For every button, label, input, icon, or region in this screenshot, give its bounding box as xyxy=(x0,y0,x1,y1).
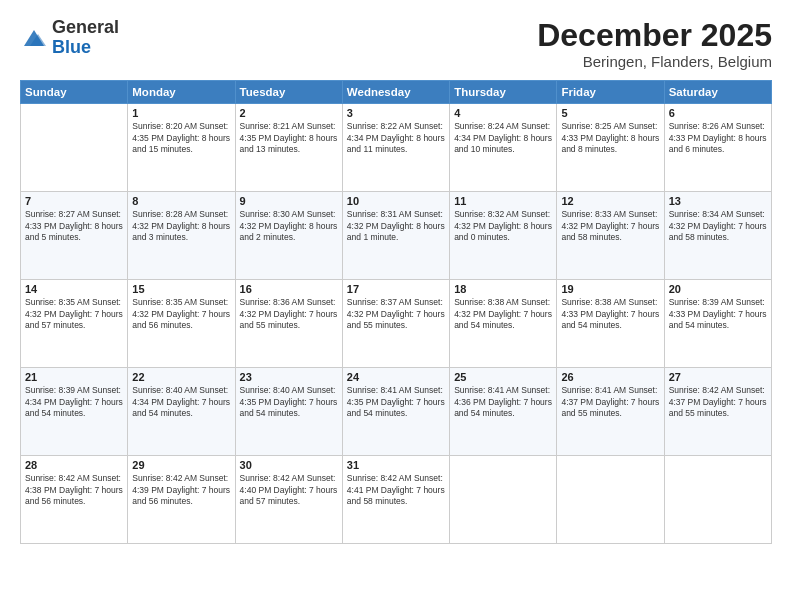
day-info: Sunrise: 8:42 AM Sunset: 4:37 PM Dayligh… xyxy=(669,385,767,419)
day-number: 7 xyxy=(25,195,123,207)
day-cell: 2Sunrise: 8:21 AM Sunset: 4:35 PM Daylig… xyxy=(235,104,342,192)
day-info: Sunrise: 8:22 AM Sunset: 4:34 PM Dayligh… xyxy=(347,121,445,155)
day-number: 27 xyxy=(669,371,767,383)
weekday-header-monday: Monday xyxy=(128,81,235,104)
week-row-2: 7Sunrise: 8:27 AM Sunset: 4:33 PM Daylig… xyxy=(21,192,772,280)
day-info: Sunrise: 8:41 AM Sunset: 4:35 PM Dayligh… xyxy=(347,385,445,419)
weekday-header-saturday: Saturday xyxy=(664,81,771,104)
logo-icon xyxy=(20,24,48,52)
month-title: December 2025 xyxy=(537,18,772,53)
day-number: 23 xyxy=(240,371,338,383)
day-cell xyxy=(664,456,771,544)
day-cell: 6Sunrise: 8:26 AM Sunset: 4:33 PM Daylig… xyxy=(664,104,771,192)
day-number: 11 xyxy=(454,195,552,207)
day-number: 15 xyxy=(132,283,230,295)
day-number: 9 xyxy=(240,195,338,207)
day-cell: 20Sunrise: 8:39 AM Sunset: 4:33 PM Dayli… xyxy=(664,280,771,368)
weekday-header-row: SundayMondayTuesdayWednesdayThursdayFrid… xyxy=(21,81,772,104)
day-cell xyxy=(450,456,557,544)
day-number: 16 xyxy=(240,283,338,295)
day-cell: 21Sunrise: 8:39 AM Sunset: 4:34 PM Dayli… xyxy=(21,368,128,456)
day-info: Sunrise: 8:40 AM Sunset: 4:34 PM Dayligh… xyxy=(132,385,230,419)
day-number: 4 xyxy=(454,107,552,119)
calendar-table: SundayMondayTuesdayWednesdayThursdayFrid… xyxy=(20,80,772,544)
day-cell: 16Sunrise: 8:36 AM Sunset: 4:32 PM Dayli… xyxy=(235,280,342,368)
day-number: 5 xyxy=(561,107,659,119)
day-info: Sunrise: 8:39 AM Sunset: 4:34 PM Dayligh… xyxy=(25,385,123,419)
day-cell: 15Sunrise: 8:35 AM Sunset: 4:32 PM Dayli… xyxy=(128,280,235,368)
day-cell: 27Sunrise: 8:42 AM Sunset: 4:37 PM Dayli… xyxy=(664,368,771,456)
page: General Blue December 2025 Beringen, Fla… xyxy=(0,0,792,612)
day-cell: 25Sunrise: 8:41 AM Sunset: 4:36 PM Dayli… xyxy=(450,368,557,456)
day-info: Sunrise: 8:24 AM Sunset: 4:34 PM Dayligh… xyxy=(454,121,552,155)
day-info: Sunrise: 8:42 AM Sunset: 4:41 PM Dayligh… xyxy=(347,473,445,507)
day-info: Sunrise: 8:21 AM Sunset: 4:35 PM Dayligh… xyxy=(240,121,338,155)
day-info: Sunrise: 8:35 AM Sunset: 4:32 PM Dayligh… xyxy=(132,297,230,331)
day-info: Sunrise: 8:35 AM Sunset: 4:32 PM Dayligh… xyxy=(25,297,123,331)
day-cell: 30Sunrise: 8:42 AM Sunset: 4:40 PM Dayli… xyxy=(235,456,342,544)
day-cell: 29Sunrise: 8:42 AM Sunset: 4:39 PM Dayli… xyxy=(128,456,235,544)
day-info: Sunrise: 8:38 AM Sunset: 4:33 PM Dayligh… xyxy=(561,297,659,331)
day-info: Sunrise: 8:41 AM Sunset: 4:36 PM Dayligh… xyxy=(454,385,552,419)
day-cell: 8Sunrise: 8:28 AM Sunset: 4:32 PM Daylig… xyxy=(128,192,235,280)
day-cell: 31Sunrise: 8:42 AM Sunset: 4:41 PM Dayli… xyxy=(342,456,449,544)
day-number: 14 xyxy=(25,283,123,295)
logo-general-text: General xyxy=(52,18,119,38)
day-info: Sunrise: 8:31 AM Sunset: 4:32 PM Dayligh… xyxy=(347,209,445,243)
day-number: 18 xyxy=(454,283,552,295)
day-info: Sunrise: 8:20 AM Sunset: 4:35 PM Dayligh… xyxy=(132,121,230,155)
day-number: 20 xyxy=(669,283,767,295)
day-number: 13 xyxy=(669,195,767,207)
day-number: 21 xyxy=(25,371,123,383)
day-info: Sunrise: 8:42 AM Sunset: 4:40 PM Dayligh… xyxy=(240,473,338,507)
weekday-header-friday: Friday xyxy=(557,81,664,104)
day-cell: 12Sunrise: 8:33 AM Sunset: 4:32 PM Dayli… xyxy=(557,192,664,280)
day-info: Sunrise: 8:34 AM Sunset: 4:32 PM Dayligh… xyxy=(669,209,767,243)
day-cell: 14Sunrise: 8:35 AM Sunset: 4:32 PM Dayli… xyxy=(21,280,128,368)
day-cell: 5Sunrise: 8:25 AM Sunset: 4:33 PM Daylig… xyxy=(557,104,664,192)
day-number: 3 xyxy=(347,107,445,119)
day-cell: 13Sunrise: 8:34 AM Sunset: 4:32 PM Dayli… xyxy=(664,192,771,280)
day-info: Sunrise: 8:28 AM Sunset: 4:32 PM Dayligh… xyxy=(132,209,230,243)
day-info: Sunrise: 8:30 AM Sunset: 4:32 PM Dayligh… xyxy=(240,209,338,243)
day-cell xyxy=(557,456,664,544)
day-info: Sunrise: 8:42 AM Sunset: 4:39 PM Dayligh… xyxy=(132,473,230,507)
day-number: 2 xyxy=(240,107,338,119)
day-cell: 24Sunrise: 8:41 AM Sunset: 4:35 PM Dayli… xyxy=(342,368,449,456)
logo-text: General Blue xyxy=(52,18,119,58)
day-info: Sunrise: 8:27 AM Sunset: 4:33 PM Dayligh… xyxy=(25,209,123,243)
week-row-4: 21Sunrise: 8:39 AM Sunset: 4:34 PM Dayli… xyxy=(21,368,772,456)
day-number: 10 xyxy=(347,195,445,207)
day-info: Sunrise: 8:33 AM Sunset: 4:32 PM Dayligh… xyxy=(561,209,659,243)
day-number: 29 xyxy=(132,459,230,471)
day-info: Sunrise: 8:37 AM Sunset: 4:32 PM Dayligh… xyxy=(347,297,445,331)
day-info: Sunrise: 8:25 AM Sunset: 4:33 PM Dayligh… xyxy=(561,121,659,155)
day-cell: 18Sunrise: 8:38 AM Sunset: 4:32 PM Dayli… xyxy=(450,280,557,368)
day-info: Sunrise: 8:40 AM Sunset: 4:35 PM Dayligh… xyxy=(240,385,338,419)
day-number: 28 xyxy=(25,459,123,471)
day-number: 1 xyxy=(132,107,230,119)
week-row-3: 14Sunrise: 8:35 AM Sunset: 4:32 PM Dayli… xyxy=(21,280,772,368)
day-number: 19 xyxy=(561,283,659,295)
day-cell: 23Sunrise: 8:40 AM Sunset: 4:35 PM Dayli… xyxy=(235,368,342,456)
day-cell: 11Sunrise: 8:32 AM Sunset: 4:32 PM Dayli… xyxy=(450,192,557,280)
weekday-header-sunday: Sunday xyxy=(21,81,128,104)
day-info: Sunrise: 8:32 AM Sunset: 4:32 PM Dayligh… xyxy=(454,209,552,243)
day-number: 31 xyxy=(347,459,445,471)
day-cell: 7Sunrise: 8:27 AM Sunset: 4:33 PM Daylig… xyxy=(21,192,128,280)
day-number: 6 xyxy=(669,107,767,119)
day-number: 30 xyxy=(240,459,338,471)
week-row-1: 1Sunrise: 8:20 AM Sunset: 4:35 PM Daylig… xyxy=(21,104,772,192)
day-cell: 17Sunrise: 8:37 AM Sunset: 4:32 PM Dayli… xyxy=(342,280,449,368)
day-cell: 4Sunrise: 8:24 AM Sunset: 4:34 PM Daylig… xyxy=(450,104,557,192)
day-number: 24 xyxy=(347,371,445,383)
day-cell: 26Sunrise: 8:41 AM Sunset: 4:37 PM Dayli… xyxy=(557,368,664,456)
logo: General Blue xyxy=(20,18,119,58)
weekday-header-wednesday: Wednesday xyxy=(342,81,449,104)
day-info: Sunrise: 8:42 AM Sunset: 4:38 PM Dayligh… xyxy=(25,473,123,507)
day-info: Sunrise: 8:39 AM Sunset: 4:33 PM Dayligh… xyxy=(669,297,767,331)
day-info: Sunrise: 8:26 AM Sunset: 4:33 PM Dayligh… xyxy=(669,121,767,155)
day-cell: 28Sunrise: 8:42 AM Sunset: 4:38 PM Dayli… xyxy=(21,456,128,544)
day-number: 26 xyxy=(561,371,659,383)
day-cell: 19Sunrise: 8:38 AM Sunset: 4:33 PM Dayli… xyxy=(557,280,664,368)
